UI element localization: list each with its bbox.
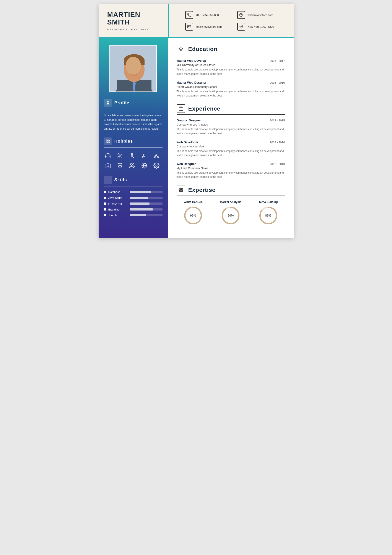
hobby-headphones <box>104 152 112 160</box>
expertise-label: Market Analysis <box>220 200 241 204</box>
svg-rect-11 <box>124 60 145 65</box>
skill-bar-bg <box>130 191 162 193</box>
resume-container: MARTIEN SMITH DESIGNER / DEVELOPER +001-… <box>99 4 294 238</box>
main-content: Education Master Web Develop 2016 - 2017… <box>168 38 294 238</box>
candidate-photo <box>109 45 157 92</box>
skill-bullet <box>104 214 106 216</box>
profile-header: Profile <box>104 99 162 107</box>
hobbies-grid <box>104 152 162 169</box>
hobby-globe <box>140 162 148 169</box>
entry-header: Master Web Develop 2016 - 2017 <box>177 59 285 62</box>
expertise-header: Expertise <box>177 186 285 194</box>
skills-icon <box>104 176 112 184</box>
expertise-icon <box>177 186 185 194</box>
entry-header: Master Web Desgner 2015 - 2016 <box>177 81 285 84</box>
hobbies-header: Hobbies <box>104 138 162 145</box>
entry-desc: This is sample text creative development… <box>177 68 285 76</box>
entry-subtitle: Company In New York <box>177 145 285 148</box>
entry-subtitle: My Feist Company Name <box>177 167 285 170</box>
entry-date: 2014 - 2015 <box>270 119 285 122</box>
hobby-scissors <box>116 152 124 160</box>
skill-bullet <box>104 191 106 193</box>
contact-website: www.mycvstore.com <box>237 11 285 19</box>
candidate-title: DESIGNER / DEVELOPER <box>107 28 168 31</box>
education-section: Education Master Web Develop 2016 - 2017… <box>177 45 285 98</box>
skill-bar-fill <box>130 203 150 205</box>
skill-bar-fill <box>130 214 146 216</box>
svg-point-39 <box>156 165 157 166</box>
svg-line-24 <box>121 156 122 158</box>
svg-rect-2 <box>188 25 191 28</box>
email-text: mail@mycvstore.com <box>196 25 223 28</box>
location-text: New York 1007, USA <box>248 25 274 28</box>
svg-point-14 <box>131 68 132 69</box>
entry-date: 2015 - 2016 <box>270 81 285 84</box>
hobby-chess <box>128 152 136 160</box>
experience-title: Experience <box>188 105 221 112</box>
hobby-settings <box>152 162 160 169</box>
skill-branding: Branding <box>104 208 162 211</box>
skill-database: Database <box>104 190 162 194</box>
profile-title: Profile <box>114 100 129 105</box>
skills-header: Skills <box>104 176 162 184</box>
expertise-circle-2: 90% <box>221 206 240 225</box>
entry-desc: This is sample text creative development… <box>177 89 285 98</box>
entry-title: Web Developer <box>177 140 198 144</box>
education-icon <box>177 45 185 53</box>
location-icon <box>237 23 245 30</box>
hobby-group <box>128 162 136 169</box>
skill-bullet <box>104 197 106 199</box>
contact-info: +001-234-567-890 www.mycvstore.com <box>177 11 285 30</box>
expertise-label: White Hat Seo <box>183 200 202 204</box>
skill-joomla: Joomla <box>104 214 162 217</box>
skill-bar-fill <box>130 197 148 199</box>
svg-rect-20 <box>108 142 109 143</box>
experience-header: Experience <box>177 104 285 113</box>
entry-title: Master Web Develop <box>177 59 206 62</box>
contact-email: mail@mycvstore.com <box>185 23 233 30</box>
expertise-section: Expertise White Hat Seo 95% <box>177 186 285 225</box>
contact-location: New York 1007, USA <box>237 23 285 30</box>
entry-subtitle: Company In Los Angeles <box>177 123 285 126</box>
header-left: MARTIEN SMITH DESIGNER / DEVELOPER <box>107 11 177 31</box>
hobbies-section: Hobbies <box>104 138 162 169</box>
education-title: Education <box>188 46 218 52</box>
entry-subtitle: Albert Walah Elementary School <box>177 85 285 88</box>
svg-point-36 <box>130 163 132 165</box>
phone-text: +001-234-567-890 <box>196 14 219 17</box>
profile-icon <box>104 99 112 107</box>
expertise-label: Tema Suilding <box>259 200 278 204</box>
education-header: Education <box>177 45 285 53</box>
entry-header: Web Desgner 2012 - 2013 <box>177 162 285 166</box>
hobby-satellite <box>140 152 148 160</box>
hobbies-divider <box>104 147 162 148</box>
experience-entry-1: Graphic Desgner 2014 - 2015 Company In L… <box>177 119 285 136</box>
skill-bar-bg <box>130 203 162 205</box>
experience-entry-2: Web Developer 2013 - 2014 Company In New… <box>177 140 285 157</box>
experience-icon <box>177 104 185 113</box>
education-entry-1: Master Web Develop 2016 - 2017 MIT Unive… <box>177 59 285 76</box>
skills-divider <box>104 186 162 186</box>
experience-section: Experience Graphic Desgner 2014 - 2015 C… <box>177 104 285 179</box>
header: MARTIEN SMITH DESIGNER / DEVELOPER +001-… <box>99 4 294 38</box>
email-icon <box>185 23 193 30</box>
skill-bar-fill <box>130 191 151 193</box>
entry-desc: This is sample text creative development… <box>177 127 285 136</box>
expertise-percent: 95% <box>190 214 196 217</box>
skill-html: HTML/PHT <box>104 202 162 205</box>
entry-desc: This is sample text creative development… <box>177 149 285 157</box>
sidebar: Profile Lid est laborums doloes rumes th… <box>99 38 168 238</box>
education-entry-2: Master Web Desgner 2015 - 2016 Albert Wa… <box>177 81 285 98</box>
svg-point-12 <box>129 67 132 69</box>
hobby-cycling <box>152 152 160 160</box>
hobbies-title: Hobbies <box>114 139 133 144</box>
svg-point-29 <box>132 154 133 154</box>
phone-icon <box>185 11 193 19</box>
teal-divider <box>168 4 169 37</box>
skill-name: Joomla <box>108 214 128 217</box>
entry-date: 2013 - 2014 <box>270 141 285 144</box>
education-divider <box>177 55 285 55</box>
hobbies-icon <box>104 138 112 145</box>
svg-point-49 <box>180 190 181 191</box>
entry-desc: This is sample text creative development… <box>177 171 285 179</box>
